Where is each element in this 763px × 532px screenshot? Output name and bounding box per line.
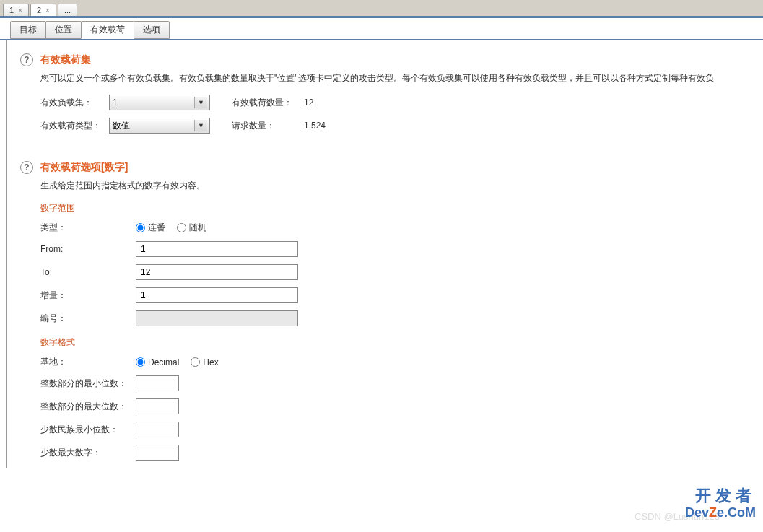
section-desc: 生成给定范围内指定格式的数字有效内容。 — [40, 180, 750, 192]
top-tab-bar: 1 × 2 × ... — [0, 0, 763, 17]
tab-payloads[interactable]: 有效载荷 — [81, 21, 134, 39]
request-count-label: 请求数量： — [232, 120, 304, 132]
type-label: 类型： — [40, 222, 136, 234]
help-icon[interactable]: ? — [20, 53, 33, 66]
section-title: 有效载荷选项[数字] — [40, 161, 750, 174]
radio-decimal[interactable]: Decimal — [136, 357, 179, 367]
howmany-label: 编号： — [40, 313, 136, 325]
max-frac-input[interactable] — [136, 445, 179, 461]
payload-type-label: 有效载荷类型： — [40, 120, 109, 132]
max-int-input[interactable] — [136, 398, 179, 414]
step-label: 增量： — [40, 289, 136, 302]
payload-sets-section: ? 有效载荷集 您可以定义一个或多个有效负载集。有效负载集的数量取决于"位置"选… — [20, 53, 750, 141]
section-desc: 您可以定义一个或多个有效负载集。有效负载集的数量取决于"位置"选项卡中定义的攻击… — [40, 72, 750, 84]
tab-target[interactable]: 目标 — [10, 21, 46, 39]
payload-count-label: 有效载荷数量： — [232, 97, 304, 109]
close-icon[interactable]: × — [18, 6, 22, 14]
top-tab-more[interactable]: ... — [58, 4, 77, 16]
radio-hex[interactable]: Hex — [191, 357, 218, 367]
radio-decimal-input[interactable] — [136, 357, 145, 367]
radio-hex-input[interactable] — [191, 357, 200, 367]
howmany-input — [136, 310, 298, 326]
radio-random-input[interactable] — [177, 223, 186, 232]
tab-label: ... — [64, 6, 71, 14]
max-frac-label: 少数最大数字： — [40, 447, 136, 459]
number-range-heading: 数字范围 — [40, 202, 750, 214]
sub-tab-bar: 目标 位置 有效载荷 选项 — [0, 18, 763, 40]
radio-random[interactable]: 随机 — [177, 222, 206, 234]
min-int-input[interactable] — [136, 375, 179, 391]
tab-options[interactable]: 选项 — [134, 21, 170, 39]
number-format-heading: 数字格式 — [40, 336, 750, 349]
to-input[interactable] — [136, 264, 298, 280]
to-label: To: — [40, 267, 136, 277]
max-int-label: 整数部分的最大位数： — [40, 401, 136, 413]
min-int-label: 整数部分的最小位数： — [40, 378, 136, 390]
radio-sequential-input[interactable] — [136, 223, 145, 232]
payload-type-select[interactable]: 数值 — [109, 118, 210, 134]
section-title: 有效载荷集 — [40, 53, 750, 66]
min-frac-input[interactable] — [136, 422, 179, 437]
tab-label: 2 — [37, 6, 41, 14]
base-label: 基地： — [40, 356, 136, 368]
top-tab-2[interactable]: 2 × — [30, 4, 56, 16]
radio-sequential[interactable]: 连番 — [136, 222, 165, 234]
min-frac-label: 少数民族最小位数： — [40, 424, 136, 436]
payload-count-value: 12 — [304, 97, 313, 108]
help-icon[interactable]: ? — [20, 161, 33, 174]
devze-watermark: 开发者 DevZe.CoM — [685, 485, 756, 488]
content-area: ? 有效载荷集 您可以定义一个或多个有效负载集。有效负载集的数量取决于"位置"选… — [6, 40, 763, 468]
payload-set-label: 有效负载集： — [40, 97, 109, 109]
payload-set-select[interactable]: 1 — [109, 95, 210, 110]
from-label: From: — [40, 244, 136, 254]
from-input[interactable] — [136, 241, 298, 257]
payload-options-section: ? 有效载荷选项[数字] 生成给定范围内指定格式的数字有效内容。 数字范围 类型… — [20, 161, 750, 468]
tab-positions[interactable]: 位置 — [45, 21, 82, 39]
step-input[interactable] — [136, 287, 298, 303]
tab-label: 1 — [9, 6, 14, 14]
top-tab-1[interactable]: 1 × — [3, 4, 29, 16]
close-icon[interactable]: × — [45, 6, 50, 14]
request-count-value: 1,524 — [304, 121, 326, 131]
